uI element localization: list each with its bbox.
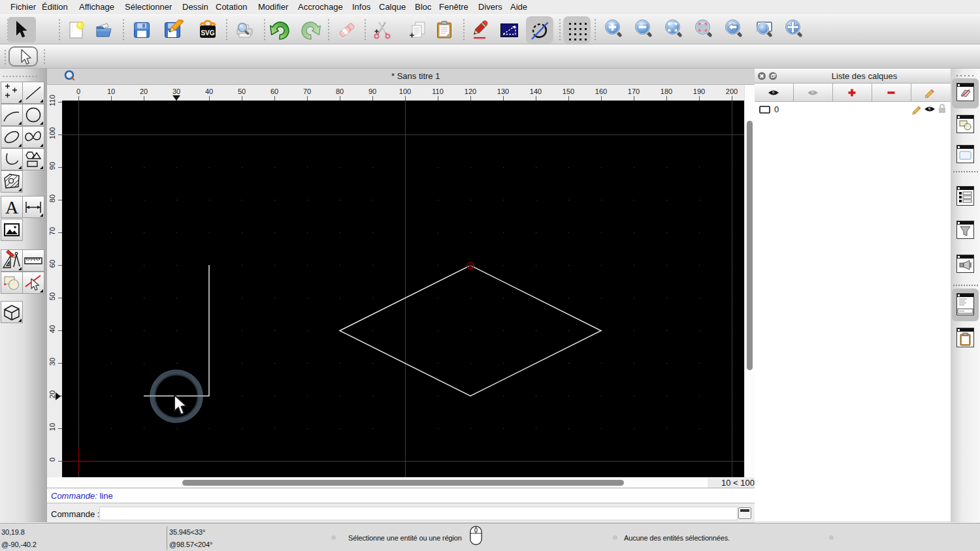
- svg-text:A: A: [5, 197, 19, 217]
- svg-text:0: 0: [774, 104, 779, 114]
- svg-text:SVG: SVG: [201, 29, 214, 37]
